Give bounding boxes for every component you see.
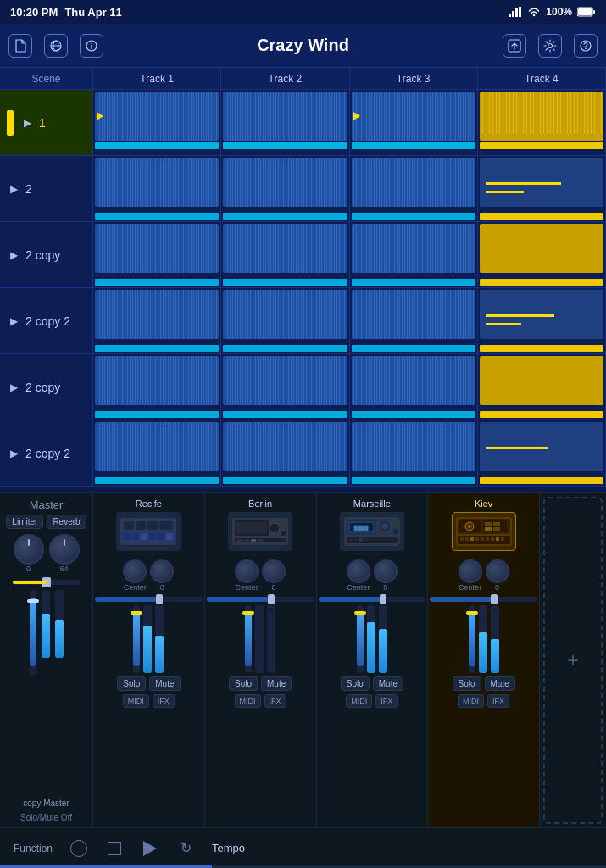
scene-play-1[interactable]: ▶ [20, 116, 34, 130]
clip-2-3[interactable] [350, 156, 478, 221]
kiev-midi-button[interactable]: MIDI [458, 694, 484, 708]
transport-progress-bar[interactable] [0, 865, 606, 868]
berlin-horiz-fader[interactable] [207, 597, 314, 602]
master-knob-2[interactable] [49, 534, 80, 565]
clip-2-1[interactable] [93, 156, 221, 221]
clip-6-3[interactable] [350, 420, 478, 486]
clip-6-2[interactable] [221, 420, 349, 486]
marseille-knob-vol[interactable] [374, 559, 398, 583]
scene-label-6[interactable]: ▶ 2 copy 2 [0, 420, 93, 486]
settings-button[interactable] [538, 34, 562, 58]
clip-2-2[interactable] [221, 156, 349, 221]
berlin-ifx-button[interactable]: IFX [264, 694, 286, 708]
clip-1-1[interactable] [93, 90, 221, 155]
clip-2-4[interactable] [478, 156, 606, 221]
berlin-midi-button[interactable]: MIDI [235, 694, 261, 708]
marseille-fader-thumb-vert [354, 611, 366, 615]
instrument-img-berlin[interactable] [228, 512, 292, 551]
clip-4-2[interactable] [221, 288, 349, 353]
record-button[interactable] [69, 839, 88, 858]
clip-1-4[interactable] [478, 90, 606, 155]
scene-play-2[interactable]: ▶ [7, 182, 20, 196]
recife-solo-button[interactable]: Solo [117, 676, 146, 691]
scene-label-3[interactable]: ▶ 2 copy [0, 222, 93, 287]
clip-7-4[interactable] [478, 487, 606, 487]
berlin-fader-track[interactable] [245, 605, 252, 673]
add-channel-button[interactable]: + [543, 497, 603, 824]
clip-1-2[interactable] [221, 90, 349, 155]
clip-7-2[interactable] [221, 487, 349, 487]
berlin-solo-button[interactable]: Solo [229, 676, 258, 691]
clip-3-2[interactable] [221, 222, 349, 287]
master-knob-1[interactable] [14, 534, 44, 565]
scene-label-7[interactable]: ▶ 2 copy [0, 487, 93, 487]
recife-mute-button[interactable]: Mute [149, 676, 180, 691]
kiev-horiz-fader[interactable] [430, 597, 537, 602]
recife-midi-button[interactable]: MIDI [123, 694, 149, 708]
clip-3-1[interactable] [93, 222, 221, 287]
scene-play-5[interactable]: ▶ [7, 381, 20, 394]
marseille-knob-pan[interactable] [347, 559, 370, 583]
marseille-midi-button[interactable]: MIDI [346, 694, 372, 708]
clip-6-1[interactable] [93, 420, 221, 486]
kiev-solo-button[interactable]: Solo [453, 676, 481, 691]
clip-4-1[interactable] [93, 288, 221, 353]
instrument-img-marseille[interactable]: ████ [340, 512, 404, 551]
file-button[interactable] [8, 34, 32, 58]
marseille-solo-button[interactable]: Solo [341, 676, 370, 691]
scene-label-5[interactable]: ▶ 2 copy [0, 354, 93, 420]
recife-horiz-fader[interactable] [95, 597, 203, 602]
recife-knob-vol[interactable] [150, 559, 174, 583]
master-fader-track[interactable] [30, 590, 36, 675]
clip-4-3[interactable] [350, 288, 478, 353]
clip-7-3[interactable] [350, 487, 478, 487]
kiev-ifx-button[interactable]: IFX [487, 694, 509, 708]
upload-button[interactable] [503, 34, 526, 58]
marseille-ifx-button[interactable]: IFX [375, 694, 398, 708]
clip-3-4[interactable] [478, 222, 606, 287]
tempo-label[interactable]: Tempo [212, 842, 245, 854]
clip-6-4[interactable] [478, 420, 606, 486]
clip-3-3[interactable] [350, 222, 478, 287]
instrument-img-recife[interactable] [116, 512, 181, 551]
help-button[interactable]: ? [574, 34, 598, 58]
master-horiz-fader[interactable] [13, 580, 81, 585]
scene-label-4[interactable]: ▶ 2 copy 2 [0, 288, 93, 353]
limiter-button[interactable]: Limiter [6, 515, 43, 529]
marseille-horiz-fader[interactable] [319, 597, 426, 602]
cycle-button[interactable]: ↻ [176, 839, 195, 858]
clip-5-1[interactable] [93, 354, 221, 420]
scene-label-2[interactable]: ▶ 2 [0, 156, 93, 221]
clip-1-3[interactable] [350, 90, 478, 155]
berlin-knob-pan[interactable] [235, 559, 259, 583]
info-button[interactable]: i [80, 34, 103, 58]
globe-button[interactable] [44, 34, 68, 58]
kiev-vol-label: 0 [495, 583, 499, 592]
recife-fader-track[interactable] [133, 605, 140, 673]
kiev-knob-pan[interactable] [459, 559, 482, 583]
berlin-vu-area [245, 605, 275, 673]
reverb-button[interactable]: Reverb [47, 515, 86, 529]
scene-play-4[interactable]: ▶ [7, 314, 20, 328]
scene-play-6[interactable]: ▶ [7, 447, 20, 460]
berlin-mute-button[interactable]: Mute [261, 676, 292, 691]
copy-master-label[interactable]: copy Master [23, 798, 69, 808]
instrument-img-kiev[interactable] [452, 512, 516, 551]
clip-7-1[interactable] [93, 487, 221, 487]
stop-button[interactable] [105, 839, 124, 858]
play-button[interactable] [141, 839, 159, 858]
clip-5-3[interactable] [350, 354, 478, 420]
clip-5-2[interactable] [221, 354, 349, 420]
recife-ifx-button[interactable]: IFX [153, 694, 175, 708]
kiev-mute-button[interactable]: Mute [485, 676, 515, 691]
marseille-mute-button[interactable]: Mute [373, 676, 403, 691]
marseille-fader-track[interactable] [357, 605, 364, 673]
scene-play-3[interactable]: ▶ [7, 248, 20, 262]
clip-4-4[interactable] [478, 288, 606, 353]
berlin-knob-vol[interactable] [262, 559, 286, 583]
scene-label-1[interactable]: ▶ 1 [0, 90, 93, 155]
clip-5-4[interactable] [478, 354, 606, 420]
recife-knob-pan[interactable] [123, 559, 147, 583]
kiev-knob-vol[interactable] [486, 559, 509, 583]
kiev-fader-track[interactable] [469, 605, 475, 673]
